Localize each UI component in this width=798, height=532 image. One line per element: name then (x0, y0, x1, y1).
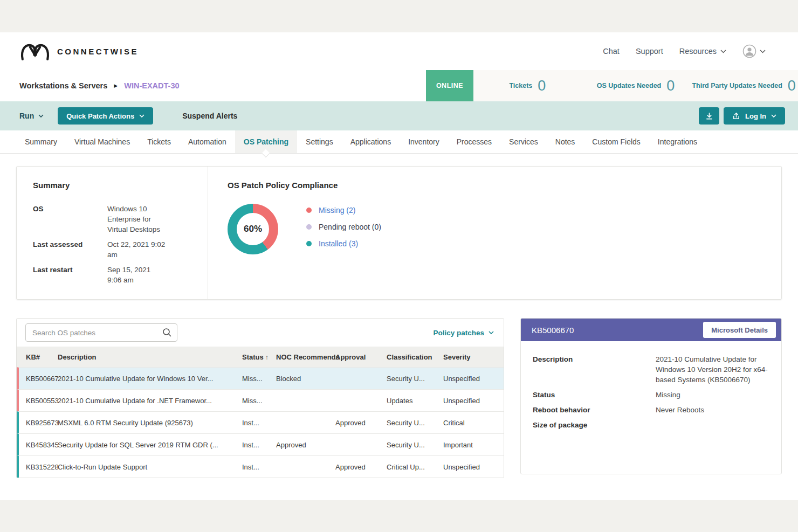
summary-field-label: Last assessed (33, 239, 107, 260)
table-row[interactable]: KB925673 MSXML 6.0 RTM Security Update (… (17, 411, 504, 433)
column-header-classification[interactable]: Classification (387, 353, 443, 361)
suspend-alerts-button[interactable]: Suspend Alerts (182, 112, 237, 120)
chevron-down-icon (139, 114, 145, 118)
legend-installed-link[interactable]: Installed (3) (319, 239, 358, 248)
cell-description: 2021-10 Cumulative Update for .NET Frame… (58, 397, 242, 405)
tab-summary[interactable]: Summary (16, 130, 66, 153)
cell-approval: Approved (335, 419, 387, 427)
tab-services[interactable]: Services (500, 130, 547, 153)
cell-description: 2021-10 Cumulative Update for Windows 10… (58, 375, 242, 383)
legend-item-missing: Missing (2) (306, 206, 381, 215)
breadcrumb-current-device[interactable]: WIN-EXADT-30 (124, 81, 179, 90)
cell-severity: Important (443, 441, 504, 449)
patch-table-toolbar: Policy patches (17, 319, 504, 347)
brand-name: CONNECTWISE (57, 47, 139, 56)
cell-status: Inst... (242, 419, 276, 427)
tab-settings[interactable]: Settings (297, 130, 342, 153)
nav-resources[interactable]: Resources (679, 47, 726, 56)
chevron-down-icon (771, 114, 776, 118)
user-avatar-icon (742, 44, 756, 58)
cell-classification: Security U... (387, 441, 443, 449)
download-icon (705, 112, 713, 120)
breadcrumb-bar: Workstations & Servers ▶ WIN-EXADT-30 ON… (0, 70, 798, 101)
detail-field-value: Missing (656, 390, 771, 400)
microsoft-details-button[interactable]: Microsoft Details (703, 322, 776, 338)
compliance-pane: OS Patch Policy Compliance 60% Missing (… (208, 167, 781, 299)
column-header-approval[interactable]: Approval (335, 353, 387, 361)
cell-severity: Unspecified (443, 397, 504, 405)
compliance-donut-chart[interactable]: 60% (228, 204, 278, 254)
detail-field-value: Never Reboots (656, 405, 771, 415)
table-row[interactable]: KB3152281 Click-to-Run Update Support In… (17, 455, 504, 478)
tab-processes[interactable]: Processes (448, 130, 500, 153)
column-header-severity[interactable]: Severity (443, 353, 504, 361)
download-button[interactable] (699, 107, 719, 125)
tab-tickets[interactable]: Tickets (139, 130, 180, 153)
summary-pane: Summary OS Windows 10 Enterprise for Vir… (17, 167, 208, 299)
detail-field-label: Description (533, 354, 656, 385)
chevron-down-icon (720, 50, 726, 53)
legend-missing-link[interactable]: Missing (2) (319, 206, 355, 215)
table-row[interactable]: KB5005539 2021-10 Cumulative Update for … (17, 389, 504, 411)
stat-third-party-updates-value: 0 (788, 79, 796, 93)
nav-support[interactable]: Support (636, 47, 663, 56)
tab-notes[interactable]: Notes (547, 130, 584, 153)
legend-dot-missing-icon (306, 208, 312, 213)
cell-description: MSXML 6.0 RTM Security Update (925673) (58, 419, 242, 427)
column-header-status[interactable]: Status↑ (242, 353, 276, 361)
cell-noc: Blocked (276, 375, 335, 383)
donut-percent-label: 60% (244, 224, 262, 234)
quick-patch-actions-label: Quick Patch Actions (66, 112, 134, 120)
stat-third-party-updates[interactable]: Third Party Updates Needed 0 (690, 70, 798, 101)
top-strip (0, 0, 798, 32)
legend-item-installed: Installed (3) (306, 239, 381, 248)
patch-table-header: KB# Description Status↑ NOC Recommends A… (17, 347, 504, 367)
tab-applications[interactable]: Applications (342, 130, 400, 153)
breadcrumb: Workstations & Servers ▶ WIN-EXADT-30 (0, 70, 180, 101)
quick-patch-actions-button[interactable]: Quick Patch Actions (58, 107, 153, 125)
connectwise-logo[interactable]: CONNECTWISE (19, 41, 139, 61)
cell-status: Inst... (242, 441, 276, 449)
sort-up-icon: ↑ (265, 354, 269, 361)
detail-field-status: Status Missing (533, 390, 771, 400)
tab-automation[interactable]: Automation (180, 130, 235, 153)
patch-detail-body: Description 2021-10 Cumulative Update fo… (521, 341, 781, 474)
nav-chat[interactable]: Chat (603, 47, 620, 56)
tab-custom-fields[interactable]: Custom Fields (583, 130, 649, 153)
cell-noc: Approved (276, 441, 335, 449)
summary-field-value: Windows 10 Enterprise for Virtual Deskto… (107, 204, 167, 234)
column-header-noc-recommends[interactable]: NOC Recommends (276, 353, 335, 361)
cell-classification: Security U... (387, 375, 443, 383)
log-in-button[interactable]: Log In (724, 107, 785, 125)
cell-classification: Critical Up... (387, 463, 443, 471)
chevron-down-icon (38, 114, 44, 118)
tab-inventory[interactable]: Inventory (400, 130, 448, 153)
stat-tickets[interactable]: Tickets 0 (473, 70, 582, 101)
detail-field-label: Status (533, 390, 656, 400)
policy-patches-dropdown[interactable]: Policy patches (433, 329, 494, 337)
tab-integrations[interactable]: Integrations (649, 130, 706, 153)
chevron-down-icon (760, 50, 766, 53)
patch-detail-title: KB5006670 (532, 326, 574, 335)
stat-os-updates-label: OS Updates Needed (597, 82, 661, 89)
cell-kb: KB5005539 (19, 397, 58, 405)
table-row[interactable]: KB5006670 2021-10 Cumulative Update for … (17, 367, 504, 389)
tab-os-patching[interactable]: OS Patching (235, 130, 297, 153)
stat-tickets-value: 0 (538, 79, 546, 93)
search-input[interactable] (25, 323, 177, 342)
run-dropdown[interactable]: Run (19, 112, 44, 120)
cell-severity: Unspecified (443, 463, 504, 471)
search-icon[interactable] (162, 328, 172, 337)
stat-os-updates[interactable]: OS Updates Needed 0 (582, 70, 690, 101)
detail-field-label: Reboot behavior (533, 405, 656, 415)
user-menu[interactable] (742, 44, 766, 58)
tab-virtual-machines[interactable]: Virtual Machines (66, 130, 139, 153)
stat-os-updates-value: 0 (666, 79, 675, 93)
column-header-kb[interactable]: KB# (19, 353, 58, 361)
stat-tickets-label: Tickets (509, 82, 532, 89)
breadcrumb-parent-link[interactable]: Workstations & Servers (19, 81, 107, 90)
summary-title: Summary (33, 181, 197, 190)
column-header-description[interactable]: Description (58, 353, 242, 361)
device-status-stats: ONLINE Tickets 0 OS Updates Needed 0 Thi… (426, 70, 798, 101)
table-row[interactable]: KB4583458 Security Update for SQL Server… (17, 433, 504, 455)
